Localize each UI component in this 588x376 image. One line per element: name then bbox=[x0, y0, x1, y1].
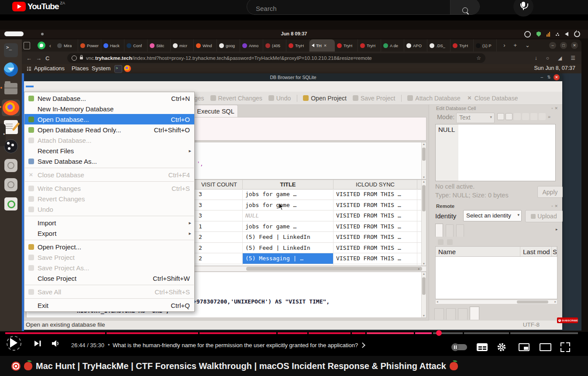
minimize-button[interactable]: – bbox=[540, 75, 543, 79]
browser-tab[interactable]: A de bbox=[381, 39, 404, 52]
panel-close-icon[interactable]: ✕ bbox=[554, 204, 558, 208]
cell-title[interactable]: NULL bbox=[243, 210, 334, 221]
db-browser-titlebar[interactable]: DB Browser for SQLite – ⇅ ✕ bbox=[24, 73, 562, 81]
toolbar-button[interactable]: Open Project bbox=[297, 95, 347, 102]
file-menu-item[interactable]: Close Project Ctrl+Shift+W ▸ bbox=[24, 273, 194, 283]
file-menu-item[interactable]: ▸ bbox=[25, 240, 194, 240]
toolbar-button[interactable]: Revert Changes bbox=[210, 95, 262, 102]
volume-icon[interactable] bbox=[565, 32, 568, 36]
menu-places[interactable]: Places bbox=[72, 65, 89, 72]
dock-tab[interactable] bbox=[446, 308, 456, 320]
file-menu-item[interactable]: Exit Ctrl+Q ▸ bbox=[24, 300, 194, 310]
video-surface[interactable]: Jun 8 09:37 ‹ bbox=[0, 21, 588, 332]
cell-icloud-sync[interactable]: VISITED FROM THIS … bbox=[334, 189, 417, 200]
download-icon[interactable]: ↓ bbox=[535, 55, 537, 61]
toolbar-overflow-icon[interactable]: » bbox=[548, 114, 550, 119]
menubar-item[interactable] bbox=[57, 86, 65, 87]
column-name[interactable]: Name bbox=[436, 247, 520, 256]
next-button[interactable] bbox=[34, 340, 41, 348]
browser-tab[interactable]: TryH bbox=[335, 39, 358, 52]
menubar-item[interactable] bbox=[26, 86, 34, 87]
file-menu-item[interactable]: Recent Files ▸ bbox=[24, 145, 194, 156]
scroll-tabs-left-icon[interactable]: ‹ bbox=[49, 43, 51, 49]
column-size[interactable]: S bbox=[552, 247, 557, 256]
youtube-logo[interactable]: YouTube ZA bbox=[12, 2, 65, 11]
file-menu-item[interactable]: ▸ bbox=[25, 168, 194, 168]
file-menu-item[interactable]: Save Project As... ▸ bbox=[24, 262, 194, 273]
file-menu-item[interactable]: Close Database Ctrl+F4 ▸ bbox=[24, 169, 194, 180]
column-icloud-sync[interactable]: ICLOUD SYNC bbox=[334, 180, 417, 189]
panel-close-icon[interactable]: ✕ bbox=[554, 106, 558, 110]
cell-visit-count[interactable]: 3 bbox=[196, 200, 243, 210]
browser-tab[interactable]: (405 bbox=[263, 39, 286, 52]
menubar-item[interactable] bbox=[49, 86, 57, 87]
browser-tab[interactable]: .DS_ bbox=[427, 39, 450, 52]
terminal-launcher-icon[interactable] bbox=[114, 65, 122, 73]
cell-icloud-sync[interactable]: VISITED FROM THIS … bbox=[334, 243, 417, 253]
file-menu-item[interactable]: Revert Changes ▸ bbox=[24, 193, 194, 204]
file-menu-item[interactable]: Open Project... ▸ bbox=[24, 241, 194, 252]
toolbar-button[interactable]: Save Project bbox=[353, 95, 395, 102]
forward-icon[interactable]: → bbox=[36, 55, 41, 62]
search-button[interactable] bbox=[450, 0, 479, 15]
power-icon[interactable] bbox=[574, 31, 580, 37]
dock-tab[interactable] bbox=[458, 308, 468, 320]
chapter-segment[interactable] bbox=[415, 332, 432, 334]
shield-icon[interactable] bbox=[536, 31, 541, 37]
chapter-segment[interactable] bbox=[5, 332, 105, 334]
obs-icon[interactable] bbox=[524, 31, 531, 38]
undock-icon[interactable]: ▫ bbox=[551, 106, 553, 110]
chapter-segment[interactable] bbox=[352, 332, 365, 334]
cell-tool-icon[interactable] bbox=[539, 113, 546, 120]
thunderbird-icon[interactable] bbox=[3, 61, 19, 78]
browser-tab[interactable]: (1) P bbox=[474, 39, 497, 52]
dock-tab[interactable] bbox=[434, 308, 444, 320]
playhead[interactable] bbox=[436, 330, 442, 336]
close-button[interactable]: ✕ bbox=[554, 74, 560, 80]
chapter-segment[interactable] bbox=[107, 332, 198, 334]
lock-icon[interactable] bbox=[80, 57, 83, 59]
cell-title[interactable]: (5) Feed | LinkedIn bbox=[243, 232, 334, 242]
bookmark-star-icon[interactable]: ☆ bbox=[476, 55, 481, 61]
terminal-icon[interactable] bbox=[3, 42, 19, 59]
cell-tool-icon[interactable] bbox=[514, 113, 521, 120]
cell-visit-count[interactable]: 2 bbox=[196, 243, 243, 253]
window-close-button[interactable]: ✕ bbox=[571, 42, 578, 49]
browser-tab[interactable]: Conf bbox=[124, 39, 148, 52]
browser-tab[interactable]: APO bbox=[404, 39, 427, 52]
file-menu-item[interactable]: Open Database Read Only... Ctrl+Shift+O … bbox=[24, 124, 194, 135]
remote-tab[interactable] bbox=[446, 224, 454, 237]
file-menu-item[interactable]: Import ▸ bbox=[24, 217, 194, 228]
browser-tab[interactable]: micr bbox=[171, 39, 194, 52]
browser-tab[interactable]: Wind bbox=[194, 39, 217, 52]
apps-grid-icon[interactable] bbox=[27, 67, 31, 71]
browser-tab[interactable]: Anno bbox=[240, 39, 263, 52]
cell-visit-count[interactable]: 2 bbox=[196, 253, 243, 264]
play-button[interactable] bbox=[9, 338, 18, 350]
address-bar[interactable]: vnc.tryhackme.tech/index.html?host=proxy… bbox=[67, 53, 485, 63]
column-title[interactable]: TITLE bbox=[243, 180, 334, 189]
browser-tab[interactable]: TryH bbox=[286, 39, 309, 52]
file-menu-item[interactable]: Save Project ▸ bbox=[24, 252, 194, 262]
browser-tab[interactable]: TryH bbox=[358, 39, 381, 52]
whatsapp-pinned-tab-icon[interactable] bbox=[38, 41, 45, 49]
progress-bar[interactable] bbox=[5, 331, 583, 335]
file-menu-item[interactable]: ▸ bbox=[25, 181, 194, 182]
undock-icon[interactable]: ▫ bbox=[551, 204, 553, 208]
audio-levels-icon[interactable] bbox=[547, 32, 550, 37]
tab-close-icon[interactable]: × bbox=[324, 43, 327, 48]
file-menu-item[interactable]: Save Database As... ▸ bbox=[24, 156, 194, 166]
restore-button[interactable]: ⇅ bbox=[547, 75, 551, 79]
column-visit-count[interactable]: VISIT COUNT bbox=[196, 180, 243, 189]
file-menu-item[interactable]: Export ▸ bbox=[24, 228, 194, 238]
permissions-shield-icon[interactable] bbox=[72, 55, 77, 61]
remote-tab[interactable] bbox=[435, 224, 443, 237]
cell-icloud-sync[interactable]: VISITED FROM THIS … bbox=[334, 210, 417, 221]
toolbar-button[interactable]: Close Database bbox=[467, 95, 518, 102]
cell-visit-count[interactable]: 1 bbox=[196, 221, 243, 232]
menu-icon[interactable]: ☰ bbox=[571, 55, 575, 61]
column-last-modified[interactable]: Last mod bbox=[520, 247, 552, 256]
toolbar-button[interactable]: Attach Database bbox=[401, 95, 461, 102]
firefox-launcher-icon[interactable] bbox=[124, 65, 131, 72]
file-menu-item[interactable]: Attach Database... ▸ bbox=[24, 135, 194, 145]
